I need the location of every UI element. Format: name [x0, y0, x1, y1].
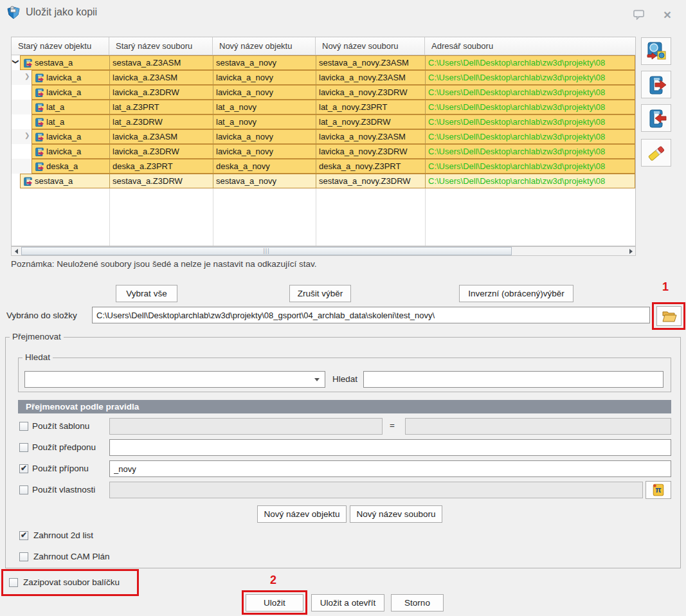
table-row[interactable]: lat_alat_a.Z3PRTlat_a_novylat_a_novy.Z3P… [12, 100, 635, 114]
properties-input [109, 482, 643, 498]
old-object-cell[interactable]: lavicka_a [32, 71, 110, 84]
import-list-button[interactable] [641, 104, 671, 132]
table-row[interactable]: lavicka_alavicka_a.Z3DRWlavicka_a_novyla… [12, 144, 635, 159]
table-row[interactable]: ❯lavicka_alavicka_a.Z3ASMlavicka_a_novyl… [12, 129, 635, 144]
document-icon [35, 88, 44, 97]
old-object-cell[interactable]: lavicka_a [32, 130, 110, 143]
file-directory-cell[interactable]: C:\Users\Dell\Desktop\archlab\zw3d\proje… [426, 145, 635, 158]
new-object-cell[interactable]: lavicka_a_novy [213, 71, 316, 84]
column-header-old-object[interactable]: Starý název objektu [12, 37, 109, 55]
old-object-cell[interactable]: sestava_a [21, 174, 110, 188]
search-input[interactable] [363, 371, 663, 388]
invert-selection-button[interactable]: Inverzní (obrácený)výběr [459, 285, 573, 302]
use-properties-checkbox[interactable] [19, 485, 28, 494]
scrollbar-thumb[interactable]: ||| [21, 247, 512, 255]
destination-folder-input[interactable] [92, 307, 650, 323]
column-header-new-object[interactable]: Nový název objektu [213, 37, 316, 55]
old-file-cell[interactable]: sestava_a.Z3ASM [110, 56, 213, 69]
old-file-cell[interactable]: lat_a.Z3DRW [110, 115, 213, 129]
table-row[interactable]: deska_adeska_a.Z3PRTdeska_a_novydeska_a_… [12, 159, 635, 174]
include-2d-sheet-checkbox[interactable] [19, 531, 28, 540]
old-file-cell[interactable]: lavicka_a.Z3ASM [110, 130, 213, 143]
rename-rule-header: Přejmenovat podle pravidla [18, 400, 671, 413]
file-directory-cell[interactable]: C:\Users\Dell\Desktop\archlab\zw3d\proje… [426, 159, 635, 173]
column-header-new-file[interactable]: Nový název souboru [316, 37, 425, 55]
new-file-cell[interactable]: lavicka_a_novy.Z3DRW [316, 145, 426, 158]
file-directory-cell[interactable]: C:\Users\Dell\Desktop\archlab\zw3d\proje… [426, 115, 635, 129]
new-object-cell[interactable]: deska_a_novy [213, 159, 316, 173]
cancel-button[interactable]: Storno [391, 594, 444, 611]
table-row[interactable]: ❯sestava_asestava_a.Z3ASMsestava_a_novys… [12, 55, 635, 70]
save-and-open-button[interactable]: Uložit a otevřít [311, 594, 384, 611]
export-list-button[interactable] [641, 71, 671, 98]
column-header-old-file[interactable]: Starý název souboru [109, 37, 213, 55]
old-file-cell[interactable]: lavicka_a.Z3ASM [110, 71, 213, 84]
new-file-name-button[interactable]: Nový název souboru [350, 505, 442, 523]
new-file-cell[interactable]: lavicka_a_novy.Z3ASM [316, 71, 426, 84]
old-object-cell[interactable]: lat_a [32, 100, 110, 114]
comment-icon[interactable] [631, 8, 647, 22]
copy-preview-icon [646, 41, 667, 62]
file-directory-cell[interactable]: C:\Users\Dell\Desktop\archlab\zw3d\proje… [426, 130, 635, 143]
old-object-cell[interactable]: deska_a [32, 159, 110, 173]
use-prefix-checkbox[interactable] [19, 443, 28, 452]
table-row[interactable]: sestava_asestava_a.Z3DRWsestava_a_novyse… [12, 174, 635, 188]
close-icon[interactable]: ✕ [660, 8, 675, 22]
scroll-right-icon[interactable] [626, 247, 635, 255]
new-object-cell[interactable]: lavicka_a_novy [213, 145, 316, 158]
file-directory-cell[interactable]: C:\Users\Dell\Desktop\archlab\zw3d\proje… [426, 100, 635, 114]
new-object-cell[interactable]: lat_a_novy [213, 100, 316, 114]
old-object-cell[interactable]: lavicka_a [32, 86, 110, 99]
document-icon [35, 132, 44, 141]
old-file-cell[interactable]: lat_a.Z3PRT [110, 100, 213, 114]
destination-folder-label: Vybráno do složky [6, 311, 77, 320]
new-file-cell[interactable]: lavicka_a_novy.Z3ASM [316, 130, 426, 143]
new-file-cell[interactable]: sestava_a_novy.Z3DRW [316, 174, 426, 188]
table-row[interactable]: ❯lavicka_alavicka_a.Z3ASMlavicka_a_novyl… [12, 70, 635, 85]
prefix-input[interactable] [109, 439, 671, 456]
old-object-cell[interactable]: sestava_a [21, 56, 110, 69]
use-suffix-checkbox[interactable] [19, 464, 28, 473]
include-cam-plan-checkbox[interactable] [19, 552, 28, 561]
new-object-cell[interactable]: sestava_a_novy [213, 174, 316, 188]
column-header-directory[interactable]: Adresář souboru [425, 37, 635, 55]
new-object-name-button[interactable]: Nový název objektu [257, 505, 347, 523]
expand-arrow-icon[interactable]: ❯ [24, 132, 30, 140]
expand-arrow-icon[interactable]: ❯ [24, 73, 30, 80]
search-mode-dropdown[interactable] [24, 371, 325, 388]
new-file-cell[interactable]: sestava_a_novy.Z3ASM [316, 56, 426, 69]
equals-sign: = [390, 421, 395, 430]
select-all-button[interactable]: Vybrat vše [116, 285, 177, 302]
insert-property-button[interactable]: π [645, 481, 671, 499]
file-directory-cell[interactable]: C:\Users\Dell\Desktop\archlab\zw3d\proje… [426, 86, 635, 99]
new-object-cell[interactable]: lavicka_a_novy [213, 130, 316, 143]
new-file-cell[interactable]: lat_a_novy.Z3PRT [316, 100, 426, 114]
old-file-cell[interactable]: deska_a.Z3PRT [110, 159, 213, 173]
scroll-left-icon[interactable] [12, 247, 21, 255]
copy-preview-button[interactable] [641, 37, 671, 65]
use-template-checkbox[interactable] [19, 422, 28, 431]
table-row[interactable]: lavicka_alavicka_a.Z3DRWlavicka_a_novyla… [12, 85, 635, 100]
clear-selection-button[interactable]: Zrušit výběr [289, 285, 351, 302]
table-row[interactable]: lat_alat_a.Z3DRWlat_a_novylat_a_novy.Z3D… [12, 114, 635, 129]
suffix-input[interactable] [109, 460, 671, 477]
use-properties-label: Použít vlastnosti [32, 485, 95, 494]
new-file-cell[interactable]: deska_a_novy.Z3PRT [316, 159, 426, 173]
new-file-cell[interactable]: lavicka_a_novy.Z3DRW [316, 86, 426, 99]
old-object-cell[interactable]: lat_a [32, 115, 110, 129]
clear-list-button[interactable] [641, 139, 671, 167]
old-file-cell[interactable]: lavicka_a.Z3DRW [110, 145, 213, 158]
collapse-arrow-icon[interactable]: ❯ [12, 59, 19, 64]
file-directory-cell[interactable]: C:\Users\Dell\Desktop\archlab\zw3d\proje… [426, 174, 635, 188]
old-object-cell[interactable]: lavicka_a [32, 145, 110, 158]
old-file-cell[interactable]: lavicka_a.Z3DRW [110, 86, 213, 99]
file-directory-cell[interactable]: C:\Users\Dell\Desktop\archlab\zw3d\proje… [426, 71, 635, 84]
new-object-cell[interactable]: sestava_a_novy [213, 56, 316, 69]
use-suffix-label: Použít příponu [32, 464, 89, 473]
new-object-cell[interactable]: lavicka_a_novy [213, 86, 316, 99]
horizontal-scrollbar[interactable]: ||| [11, 246, 636, 256]
old-file-cell[interactable]: sestava_a.Z3DRW [110, 174, 213, 188]
new-file-cell[interactable]: lat_a_novy.Z3DRW [316, 115, 426, 129]
new-object-cell[interactable]: lat_a_novy [213, 115, 316, 129]
file-directory-cell[interactable]: C:\Users\Dell\Desktop\archlab\zw3d\proje… [426, 56, 635, 69]
